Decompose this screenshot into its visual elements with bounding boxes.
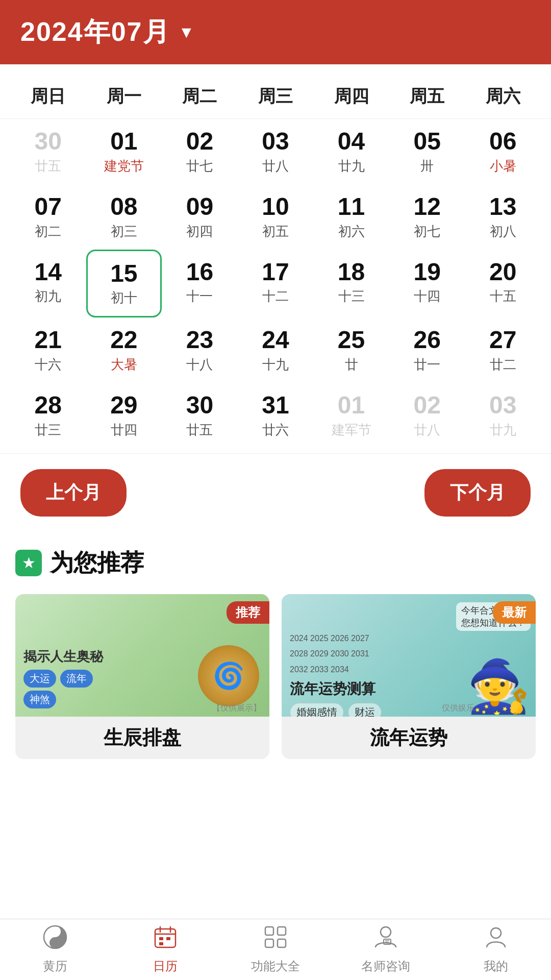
- card-sub-tags: 婚姻感情 财运: [290, 703, 382, 717]
- calendar-day[interactable]: 22大暑: [86, 317, 162, 383]
- svg-point-1: [53, 929, 57, 934]
- recommend-section: ★ 为您推荐 揭示人生奥秘 大运 流年 神煞 🌀 【仅供展示】 推荐 生辰排盘: [0, 532, 551, 769]
- weekday-label: 周四: [313, 80, 389, 113]
- calendar-day[interactable]: 24十九: [238, 317, 314, 383]
- svg-point-18: [491, 928, 501, 938]
- card-tags-row2: 神煞: [23, 691, 56, 708]
- weekday-row: 周日周一周二周三周四周五周六: [0, 75, 551, 119]
- weekday-label: 周六: [465, 80, 541, 113]
- svg-rect-11: [278, 927, 286, 935]
- calendar-day[interactable]: 11初六: [313, 184, 389, 250]
- card-tag: 神煞: [23, 691, 56, 708]
- svg-rect-13: [278, 939, 286, 947]
- card-watermark2: 仅供娱乐: [442, 703, 474, 714]
- calendar-day[interactable]: 10初五: [238, 184, 314, 250]
- dropdown-icon[interactable]: ▼: [179, 23, 195, 42]
- nav-icon-黄历: [43, 925, 67, 955]
- card-label: 生辰排盘: [15, 717, 269, 759]
- weekday-label: 周三: [238, 80, 314, 113]
- card-watermark: 【仅供展示】: [212, 703, 261, 714]
- card-sub-tag: 财运: [348, 703, 382, 717]
- card-tags: 大运 流年: [23, 670, 93, 688]
- header-title: 2024年07月: [20, 14, 170, 50]
- calendar-day[interactable]: 12初七: [389, 184, 465, 250]
- calendar-day[interactable]: 30廿五: [10, 119, 86, 184]
- calendar-day[interactable]: 09初四: [162, 184, 238, 250]
- card-label: 流年运势: [282, 717, 536, 759]
- recommend-title: 为您推荐: [50, 547, 144, 579]
- nav-item-名师咨询[interactable]: 名师咨询: [331, 920, 441, 979]
- weekday-label: 周日: [10, 80, 86, 113]
- calendar-day[interactable]: 03廿八: [238, 119, 314, 184]
- calendar-day[interactable]: 23十八: [162, 317, 238, 383]
- calendar-day[interactable]: 28廿三: [10, 383, 86, 448]
- svg-rect-8: [166, 937, 170, 940]
- svg-rect-9: [159, 942, 163, 945]
- nav-label-我的: 我的: [484, 958, 508, 974]
- next-month-button[interactable]: 下个月: [424, 469, 531, 517]
- header: 2024年07月 ▼: [0, 0, 551, 64]
- nav-label-名师咨询: 名师咨询: [361, 958, 410, 974]
- nav-label-功能大全: 功能大全: [251, 958, 300, 974]
- nav-icon-功能大全: [263, 925, 288, 955]
- calendar-day[interactable]: 08初三: [86, 184, 162, 250]
- weekday-label: 周一: [86, 80, 162, 113]
- nav-label-日历: 日历: [153, 958, 178, 974]
- calendar-day[interactable]: 31廿六: [238, 383, 314, 448]
- calendar-day[interactable]: 15初十: [86, 250, 162, 318]
- calendar-day[interactable]: 02廿八: [389, 383, 465, 448]
- calendar-day[interactable]: 21十六: [10, 317, 86, 383]
- calendar-day[interactable]: 19十四: [389, 250, 465, 318]
- calendar-day[interactable]: 20十五: [465, 250, 541, 318]
- recommend-title-row: ★ 为您推荐: [15, 547, 536, 579]
- card-badge-latest: 最新: [493, 601, 536, 624]
- calendar-day[interactable]: 17十二: [238, 250, 314, 318]
- prev-month-button[interactable]: 上个月: [20, 469, 127, 517]
- calendar-day[interactable]: 04廿九: [313, 119, 389, 184]
- calendar-day[interactable]: 27廿二: [465, 317, 541, 383]
- calendar-day[interactable]: 26廿一: [389, 317, 465, 383]
- card-years: 2024 2025 2026 2027 2028 2029 2030 2031 …: [290, 633, 369, 679]
- calendar-day[interactable]: 06小暑: [465, 119, 541, 184]
- card-tag: 流年: [60, 670, 93, 688]
- card-sub-tag: 婚姻感情: [290, 703, 344, 717]
- calendar-day[interactable]: 01建党节: [86, 119, 162, 184]
- card-decoration-circle: 🌀: [198, 645, 259, 706]
- calendar-day[interactable]: 13初八: [465, 184, 541, 250]
- star-icon: ★: [15, 550, 42, 576]
- nav-icon-日历: [153, 925, 178, 955]
- nav-item-日历[interactable]: 日历: [110, 920, 220, 979]
- bottom-nav: 黄历日历功能大全名师咨询我的: [0, 919, 551, 980]
- svg-point-2: [53, 941, 57, 945]
- calendar-day[interactable]: 29廿四: [86, 383, 162, 448]
- recommend-card[interactable]: 揭示人生奥秘 大运 流年 神煞 🌀 【仅供展示】 推荐 生辰排盘: [15, 594, 269, 759]
- calendar-grid: 30廿五01建党节02廿七03廿八04廿九05卅06小暑07初二08初三09初四…: [0, 119, 551, 448]
- card-figure: 🧙: [467, 656, 531, 717]
- calendar-day[interactable]: 16十一: [162, 250, 238, 318]
- nav-icon-我的: [484, 925, 508, 955]
- weekday-label: 周五: [389, 80, 465, 113]
- nav-item-黄历[interactable]: 黄历: [0, 920, 110, 979]
- calendar-day[interactable]: 05卅: [389, 119, 465, 184]
- svg-point-14: [381, 927, 391, 937]
- nav-item-功能大全[interactable]: 功能大全: [220, 920, 331, 979]
- calendar-day[interactable]: 30廿五: [162, 383, 238, 448]
- calendar-day[interactable]: 14初九: [10, 250, 86, 318]
- calendar-day[interactable]: 25廿: [313, 317, 389, 383]
- svg-rect-12: [265, 939, 273, 947]
- calendar-day[interactable]: 03廿九: [465, 383, 541, 448]
- nav-item-我的[interactable]: 我的: [441, 920, 551, 979]
- recommend-card[interactable]: 今年合文您想知道什么？ 2024 2025 2026 2027 2028 202…: [282, 594, 536, 759]
- card-tag: 大运: [23, 670, 56, 688]
- calendar-day[interactable]: 02廿七: [162, 119, 238, 184]
- calendar-day[interactable]: 07初二: [10, 184, 86, 250]
- svg-rect-3: [155, 929, 176, 947]
- card-badge-recommend: 推荐: [227, 601, 269, 624]
- svg-rect-10: [265, 927, 273, 935]
- nav-buttons: 上个月 下个月: [0, 453, 551, 532]
- calendar-section: 周日周一周二周三周四周五周六 30廿五01建党节02廿七03廿八04廿九05卅0…: [0, 64, 551, 448]
- card-main-title: 流年运势测算: [290, 679, 375, 699]
- calendar-day[interactable]: 01建军节: [313, 383, 389, 448]
- calendar-day[interactable]: 18十三: [313, 250, 389, 318]
- recommend-cards: 揭示人生奥秘 大运 流年 神煞 🌀 【仅供展示】 推荐 生辰排盘 今年合文您想知…: [15, 594, 536, 759]
